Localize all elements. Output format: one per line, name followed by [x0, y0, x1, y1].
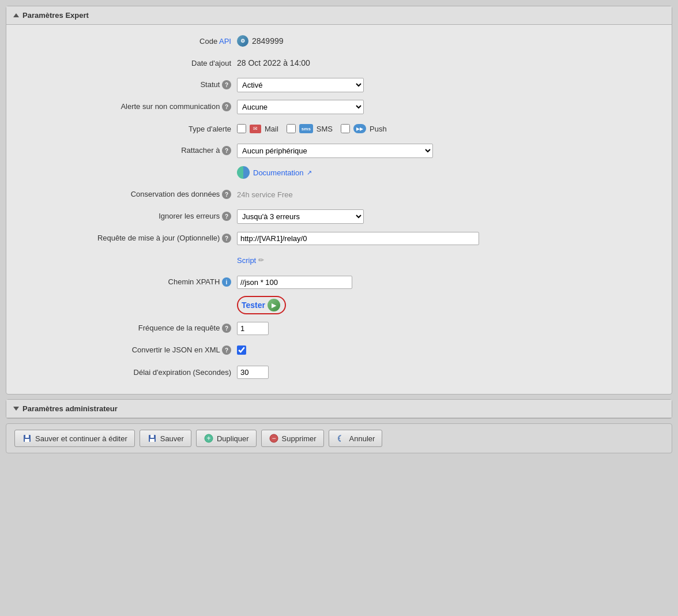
conservation-info-icon: ?: [222, 190, 231, 199]
ignorer-row: Ignorer les erreurs ? Aucune Jusqu'à 1 e…: [18, 208, 660, 224]
delete-label: Supprimer: [282, 434, 317, 443]
push-label: Push: [370, 125, 387, 133]
save-button[interactable]: Sauver: [140, 430, 191, 447]
alerte-select[interactable]: Aucune 1h 2h 6h 12h 24h: [237, 100, 364, 114]
svg-text:−: −: [272, 434, 276, 442]
requete-label: Requête de mise à jour (Optionnelle) ?: [18, 234, 237, 243]
xpath-label: Chemin XPATH i: [18, 277, 237, 287]
rattacher-info-icon: ?: [222, 146, 231, 155]
convertir-info-icon: ?: [222, 345, 231, 355]
delai-row: Délai d'expiration (Secondes): [18, 364, 660, 380]
frequence-label: Fréquence de la requête ?: [18, 324, 237, 333]
save-continue-label: Sauver et continuer à éditer: [35, 434, 127, 443]
statut-row: Statut ? Activé Désactivé: [18, 77, 660, 93]
documentation-row: Documentation ↗: [18, 164, 660, 181]
mail-checkbox[interactable]: [237, 124, 246, 133]
type-alerte-container: ✉ Mail sms SMS ▶▶ Push: [237, 124, 660, 133]
pencil-icon: ✏: [258, 256, 264, 264]
requete-value-container: [237, 232, 660, 245]
xpath-value-container: [237, 276, 660, 289]
conservation-label: Conservation des données ?: [18, 190, 237, 200]
rattacher-value-container: Aucun périphérique: [237, 144, 660, 158]
requete-input[interactable]: [237, 232, 479, 245]
svg-text:+: +: [206, 434, 210, 442]
statut-label: Statut ?: [18, 80, 237, 90]
xpath-input[interactable]: [237, 276, 352, 289]
save-continue-button[interactable]: Sauver et continuer à éditer: [14, 430, 135, 447]
expert-panel-title: Paramètres Expert: [22, 11, 89, 20]
rattacher-select[interactable]: Aucun périphérique: [237, 144, 433, 158]
alerte-value-container: Aucune 1h 2h 6h 12h 24h: [237, 100, 660, 114]
date-ajout-value: 28 Oct 2022 à 14:00: [237, 58, 310, 67]
admin-panel: Paramètres administrateur: [6, 399, 672, 419]
rattacher-label: Rattacher à ?: [18, 146, 237, 156]
ignorer-value-container: Aucune Jusqu'à 1 erreur Jusqu'à 2 erreur…: [237, 209, 660, 224]
convertir-label: Convertir le JSON en XML ?: [18, 345, 237, 355]
conservation-value-container: 24h service Free: [237, 190, 660, 199]
expert-panel-body: Code API ⚙ 2849999 Date d'ajout 28 Oct 2…: [6, 25, 672, 394]
convertir-checkbox[interactable]: [237, 345, 246, 355]
statut-value-container: Activé Désactivé: [237, 78, 660, 92]
statut-select[interactable]: Activé Désactivé: [237, 78, 364, 92]
save-continue-icon: [22, 434, 32, 443]
admin-panel-header[interactable]: Paramètres administrateur: [6, 400, 672, 418]
admin-panel-title: Paramètres administrateur: [22, 404, 118, 413]
delete-icon: −: [269, 434, 279, 443]
api-icon: ⚙: [237, 35, 248, 47]
sms-label: SMS: [317, 125, 333, 133]
delai-input[interactable]: [237, 366, 269, 379]
ignorer-select[interactable]: Aucune Jusqu'à 1 erreur Jusqu'à 2 erreur…: [237, 209, 364, 224]
script-row: Script ✏: [18, 252, 660, 268]
rattacher-row: Rattacher à ? Aucun périphérique: [18, 142, 660, 159]
script-link[interactable]: Script: [237, 256, 256, 265]
doc-globe-icon: [237, 166, 250, 179]
delete-button[interactable]: − Supprimer: [261, 430, 324, 447]
tester-row: Tester ▶: [18, 296, 660, 314]
xpath-row: Chemin XPATH i: [18, 274, 660, 290]
date-ajout-value-container: 28 Oct 2022 à 14:00: [237, 58, 660, 67]
tester-circle: Tester ▶: [237, 296, 286, 314]
cancel-icon: [336, 434, 346, 443]
alerte-row: Alerte sur non communication ? Aucune 1h…: [18, 99, 660, 115]
date-ajout-label: Date d'ajout: [18, 59, 237, 67]
duplicate-label: Dupliquer: [217, 434, 249, 443]
svg-rect-5: [150, 439, 155, 442]
delai-value-container: [237, 366, 660, 379]
date-ajout-row: Date d'ajout 28 Oct 2022 à 14:00: [18, 55, 660, 71]
tester-value-container: Tester ▶: [237, 296, 660, 314]
expert-panel: Paramètres Expert Code API ⚙ 2849999 Dat…: [6, 6, 672, 395]
cancel-button[interactable]: Annuler: [329, 430, 383, 447]
save-icon: [147, 434, 157, 443]
xpath-info-icon: i: [222, 277, 231, 287]
sms-checkbox[interactable]: [287, 124, 296, 133]
svg-rect-4: [150, 435, 154, 438]
script-value-container: Script ✏: [237, 256, 660, 265]
tester-link[interactable]: Tester: [242, 301, 265, 310]
cancel-label: Annuler: [349, 434, 375, 443]
alerte-label: Alerte sur non communication ?: [18, 102, 237, 112]
code-api-label: Code API: [18, 37, 237, 46]
conservation-row: Conservation des données ? 24h service F…: [18, 186, 660, 202]
ignorer-label: Ignorer les erreurs ?: [18, 212, 237, 221]
toolbar: Sauver et continuer à éditer Sauver + Du…: [6, 423, 672, 453]
requete-row: Requête de mise à jour (Optionnelle) ?: [18, 230, 660, 246]
svg-rect-2: [25, 439, 29, 442]
code-api-row: Code API ⚙ 2849999: [18, 33, 660, 49]
mail-label: Mail: [265, 125, 278, 133]
convertir-row: Convertir le JSON en XML ?: [18, 342, 660, 358]
duplicate-icon: +: [204, 434, 214, 443]
mail-icon: ✉: [250, 125, 261, 133]
frequence-input[interactable]: [237, 322, 269, 335]
external-link-icon: ↗: [307, 169, 312, 176]
push-icon: ▶▶: [353, 124, 366, 133]
push-checkbox[interactable]: [341, 124, 350, 133]
tester-play-icon[interactable]: ▶: [268, 299, 280, 311]
requete-info-icon: ?: [222, 234, 231, 243]
frequence-row: Fréquence de la requête ?: [18, 320, 660, 336]
duplicate-button[interactable]: + Dupliquer: [196, 430, 257, 447]
save-label: Sauver: [160, 434, 184, 443]
documentation-value-container: Documentation ↗: [237, 166, 660, 179]
code-api-value-container: ⚙ 2849999: [237, 35, 660, 47]
expert-panel-header[interactable]: Paramètres Expert: [6, 6, 672, 25]
documentation-link[interactable]: Documentation: [253, 168, 303, 177]
